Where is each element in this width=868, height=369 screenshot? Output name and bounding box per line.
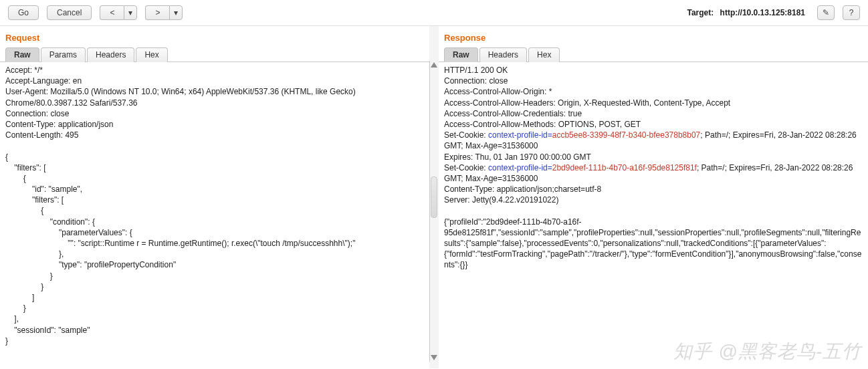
pane-splitter[interactable] [429,26,439,368]
request-body[interactable]: Accept: */* Accept-Language: en User-Age… [0,62,429,368]
pencil-icon: ✎ [823,8,829,17]
cookie-name-1: context-profile-id= [488,130,552,140]
target-value: http://10.0.13.125:8181 [720,8,805,17]
tab-response-headers[interactable]: Headers [479,47,527,62]
tab-request-raw[interactable]: Raw [5,47,39,62]
prev-button-group: < ▾ [100,5,137,20]
splitter-down-icon [431,355,437,360]
response-title: Response [439,26,868,47]
tab-response-raw[interactable]: Raw [444,47,478,62]
response-body[interactable]: HTTP/1.1 200 OK Connection: close Access… [439,62,868,368]
tab-request-params[interactable]: Params [41,47,86,62]
cookie-value-2: 2bd9deef-111b-4b70-a16f-95de8125f81f [552,163,697,172]
response-pane: Response Raw Headers Hex HTTP/1.1 200 OK… [439,26,868,368]
top-toolbar: Go Cancel < ▾ > ▾ Target: http://10.0.13… [0,0,868,25]
cancel-button[interactable]: Cancel [47,5,92,20]
tab-response-hex[interactable]: Hex [528,47,560,62]
tab-request-headers[interactable]: Headers [87,47,134,62]
response-tabstrip: Raw Headers Hex [439,47,868,62]
cookie-value-1: accb5ee8-3399-48f7-b340-bfee378b8b07 [552,130,701,140]
target-prefix: Target: [687,8,716,17]
go-button[interactable]: Go [8,5,39,20]
help-icon: ? [849,8,854,17]
help-button[interactable]: ? [843,5,860,20]
next-button[interactable]: > [145,5,169,20]
splitter-grip-icon [431,176,437,218]
request-tabstrip: Raw Params Headers Hex [0,47,429,62]
next-dropdown[interactable]: ▾ [169,5,183,20]
splitter-up-icon [431,62,437,68]
request-pane: Request Raw Params Headers Hex Accept: *… [0,26,429,368]
edit-target-button[interactable]: ✎ [817,5,835,20]
cookie-name-2: context-profile-id= [488,163,552,172]
prev-dropdown[interactable]: ▾ [124,5,137,20]
next-button-group: > ▾ [145,5,183,20]
prev-button[interactable]: < [100,5,124,20]
request-title: Request [0,26,429,47]
split-panes: Request Raw Params Headers Hex Accept: *… [0,25,868,368]
tab-request-hex[interactable]: Hex [136,47,167,62]
target-label: Target: http://10.0.13.125:8181 [687,8,809,17]
